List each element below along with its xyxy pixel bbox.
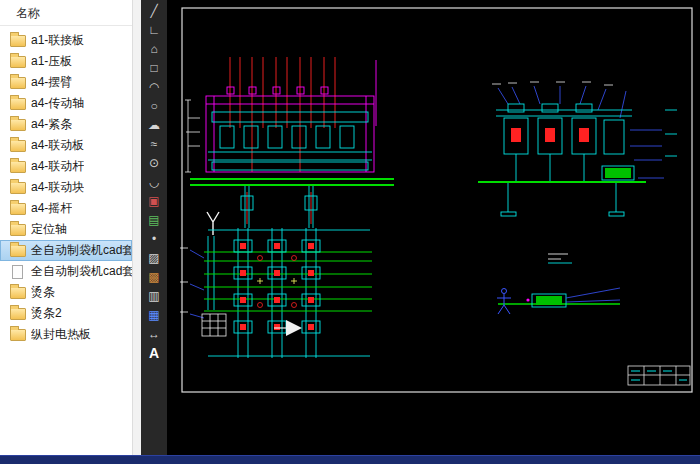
front-view-parts [208,112,372,228]
plan-view-green-lines [204,252,372,311]
file-browser-panel: 名称 a1-联接板 a1-压板 a4-摆臂 a4-传动轴 a4-紧条 a4-联动… [0,0,132,455]
detail-leaders [566,288,620,302]
file-name-label: a4-传动轴 [31,95,84,112]
file-list-item[interactable]: 全自动制袋机cad套 [0,261,132,282]
detail-green-block [536,296,562,305]
file-list-item[interactable]: a4-联动板 [0,135,132,156]
arc-tool-icon[interactable]: ◠ [144,80,164,95]
side-view-red-parts [511,128,589,142]
side-view-leader-labels [492,82,613,85]
file-list-item[interactable]: a1-联接板 [0,30,132,51]
side-view-green-block [605,168,631,178]
folder-icon [10,161,26,173]
line-tool-icon[interactable]: ╱ [144,4,164,19]
name-column-header[interactable]: 名称 [16,6,40,20]
ellipse-tool-icon[interactable]: ⊙ [144,156,164,171]
dimension-tool-icon[interactable]: ↔ [144,327,164,342]
file-list-item[interactable]: a4-摆臂 [0,72,132,93]
plan-view-leaders [190,250,204,318]
detail-magenta-dot [526,298,529,301]
mtext-tool-icon[interactable]: A [144,346,164,361]
taskbar-strip [0,455,700,464]
title-block-text-marks [631,371,687,380]
north-arrow-icon [274,320,302,336]
front-view-base [190,179,394,185]
polygon-tool-icon[interactable]: ⌂ [144,42,164,57]
draw-toolbar: ╱ ∟ ⌂ □ ◠ ○ ☁ ≈ ⊙ ◡ ▣ ▤ • ▨ ▩ ▥ ▦ ↔ A [141,0,168,455]
file-name-label: 烫条 [31,284,55,301]
folder-icon [10,119,26,131]
file-name-label: a1-压板 [31,53,72,70]
ellipse-arc-tool-icon[interactable]: ◡ [144,175,164,190]
file-list-item[interactable]: a4-传动轴 [0,93,132,114]
folder-icon [10,245,26,257]
file-name-label: a1-联接板 [31,32,84,49]
front-view-centerlines [230,57,335,224]
front-view-dimensions [185,100,200,172]
file-list-item[interactable]: a4-紧条 [0,114,132,135]
file-list-item[interactable]: 烫条 [0,282,132,303]
point-tool-icon[interactable]: • [144,232,164,247]
file-panel-header: 名称 [0,0,132,26]
cad-app-window: 名称 a1-联接板 a1-压板 a4-摆臂 a4-传动轴 a4-紧条 a4-联动… [0,0,700,455]
folder-icon [10,224,26,236]
folder-icon [10,329,26,341]
file-list-item[interactable]: 全自动制袋机cad套 [0,240,132,261]
file-list-item[interactable]: a4-联动杆 [0,156,132,177]
detail-note-marks [548,254,568,259]
circle-tool-icon[interactable]: ○ [144,99,164,114]
revision-cloud-tool-icon[interactable]: ☁ [144,118,164,133]
folder-icon [10,308,26,320]
file-list-item[interactable]: a1-压板 [0,51,132,72]
file-name-label: a4-摆臂 [31,74,72,91]
file-name-label: 定位轴 [31,221,67,238]
drawing-canvas[interactable] [168,0,700,455]
ucs-icon [207,212,219,235]
folder-icon [10,77,26,89]
make-block-tool-icon[interactable]: ▤ [144,213,164,228]
detail-figure [497,289,511,315]
file-list-item[interactable]: 定位轴 [0,219,132,240]
file-list-item[interactable]: 烫条2 [0,303,132,324]
front-view-outline [206,60,376,172]
plan-view-frame [208,228,370,358]
hatch-tool-icon[interactable]: ▨ [144,251,164,266]
plan-view-leader-labels [180,248,188,312]
folder-icon [10,98,26,110]
file-name-label: a4-紧条 [31,116,72,133]
cad-drawing [168,0,700,455]
polyline-tool-icon[interactable]: ∟ [144,23,164,38]
folder-icon [10,35,26,47]
folder-icon [10,56,26,68]
file-name-label: 全自动制袋机cad套 [31,263,132,280]
insert-block-tool-icon[interactable]: ▣ [144,194,164,209]
file-name-label: a4-联动杆 [31,158,84,175]
rectangle-tool-icon[interactable]: □ [144,61,164,76]
title-block [628,366,690,385]
gradient-tool-icon[interactable]: ▩ [144,270,164,285]
mini-table [202,314,226,336]
folder-icon [10,140,26,152]
file-list-item[interactable]: a4-摇杆 [0,198,132,219]
region-tool-icon[interactable]: ▥ [144,289,164,304]
file-name-label: 烫条2 [31,305,62,322]
file-name-label: a4-联动板 [31,137,84,154]
file-name-label: 纵封电热板 [31,326,91,343]
file-name-label: a4-摇杆 [31,200,72,217]
folder-icon [10,182,26,194]
file-name-label: a4-联动块 [31,179,84,196]
file-icon [12,265,23,279]
file-panel-scrollbar[interactable] [132,0,141,455]
folder-icon [10,203,26,215]
folder-icon [10,287,26,299]
file-list-item[interactable]: 纵封电热板 [0,324,132,345]
spline-tool-icon[interactable]: ≈ [144,137,164,152]
file-list-item[interactable]: a4-联动块 [0,177,132,198]
file-list: a1-联接板 a1-压板 a4-摆臂 a4-传动轴 a4-紧条 a4-联动板 a… [0,26,132,345]
sheet-border [182,8,692,392]
file-name-label: 全自动制袋机cad套 [31,242,132,259]
table-tool-icon[interactable]: ▦ [144,308,164,323]
